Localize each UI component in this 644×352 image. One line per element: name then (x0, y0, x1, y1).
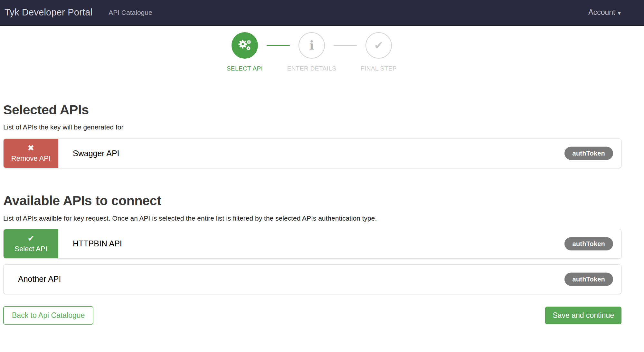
check-icon: ✔ (28, 234, 34, 243)
step-label-select-api: SELECT API (227, 65, 263, 72)
api-name: Another API (18, 274, 61, 284)
remove-api-button[interactable]: ✖ Remove API (4, 139, 58, 168)
step-circle-upcoming: i (298, 32, 325, 59)
account-label: Account (588, 8, 615, 17)
step-label-enter-details: ENTER DETAILS (287, 65, 336, 72)
auth-token-badge: authToken (564, 147, 613, 160)
account-menu[interactable]: Account ▾ (588, 8, 621, 17)
remove-x-icon: ✖ (28, 144, 34, 152)
select-api-button[interactable]: ✔ Select API (4, 229, 58, 258)
navbar: Tyk Developer Portal API Catalogue Accou… (0, 0, 644, 26)
available-apis-subtitle: List of APIs availble for key request. O… (3, 214, 644, 223)
step-label-final-step: FINAL STEP (361, 65, 397, 72)
api-card-httpbin: ✔ Select API HTTPBIN API authToken (3, 229, 621, 259)
api-card-swagger: ✖ Remove API Swagger API authToken (3, 138, 621, 168)
available-apis-heading: Available APIs to connect (3, 193, 644, 208)
stepper-connector (334, 45, 357, 46)
stepper: SELECT API i ENTER DETAILS ✔ FINAL STEP (232, 32, 644, 75)
auth-token-badge: authToken (564, 272, 613, 286)
save-and-continue-button[interactable]: Save and continue (545, 307, 621, 324)
check-icon: ✔ (374, 40, 384, 51)
info-icon: i (309, 39, 314, 52)
step-circle-upcoming: ✔ (365, 32, 392, 59)
step-final-step: ✔ FINAL STEP (365, 32, 392, 75)
chevron-down-icon: ▾ (618, 9, 621, 16)
selected-apis-heading: Selected APIs (3, 102, 644, 118)
step-select-api: SELECT API (232, 32, 258, 75)
api-name: HTTPBIN API (73, 239, 122, 248)
remove-api-label: Remove API (11, 154, 51, 163)
api-card-another: Another API authToken (3, 264, 621, 294)
back-to-api-catalogue-button[interactable]: Back to Api Catalogue (3, 306, 93, 325)
cogs-icon (238, 39, 252, 52)
main-content: Selected APIs List of APIs the key will … (0, 102, 644, 325)
step-enter-details: i ENTER DETAILS (298, 32, 325, 75)
auth-token-badge: authToken (564, 237, 613, 250)
api-name: Swagger API (73, 149, 119, 158)
nav-link-api-catalogue[interactable]: API Catalogue (109, 9, 152, 16)
footer-actions: Back to Api Catalogue Save and continue (3, 306, 621, 325)
select-api-label: Select API (14, 245, 47, 253)
stepper-connector-done (267, 45, 290, 46)
selected-apis-subtitle: List of APIs the key will be generated f… (3, 123, 644, 131)
step-circle-active (232, 32, 258, 59)
brand-title[interactable]: Tyk Developer Portal (5, 7, 92, 18)
